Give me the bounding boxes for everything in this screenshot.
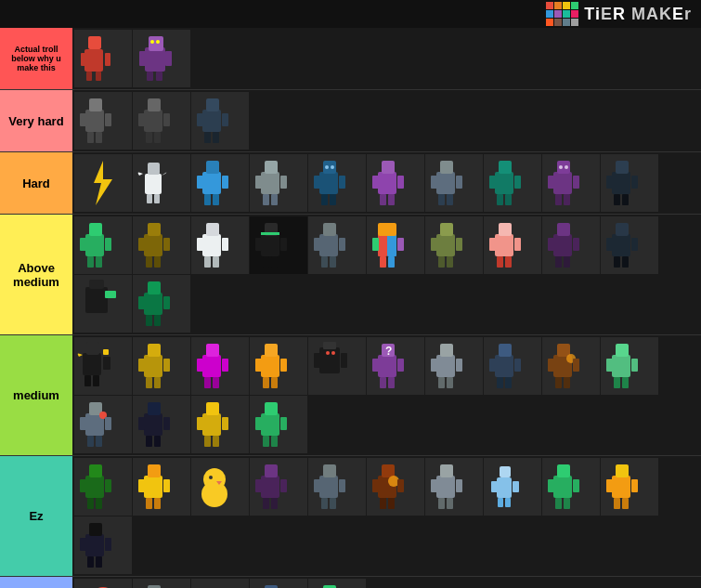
list-item[interactable] xyxy=(133,337,190,395)
svg-rect-310 xyxy=(96,556,102,568)
list-item[interactable] xyxy=(367,154,424,212)
list-item[interactable] xyxy=(484,337,541,395)
list-item[interactable] xyxy=(484,458,541,516)
tier-items-medium: ? xyxy=(72,335,701,455)
list-item[interactable] xyxy=(74,275,132,333)
svg-rect-110 xyxy=(255,238,262,251)
list-item[interactable] xyxy=(250,154,307,212)
svg-rect-182 xyxy=(263,377,269,388)
list-item[interactable] xyxy=(74,216,132,274)
svg-rect-244 xyxy=(280,417,287,430)
list-item[interactable] xyxy=(74,154,132,212)
svg-rect-194 xyxy=(397,359,404,372)
list-item[interactable] xyxy=(425,458,483,516)
list-item[interactable] xyxy=(191,216,249,274)
list-item[interactable] xyxy=(542,458,600,516)
list-item[interactable] xyxy=(74,30,132,87)
svg-rect-140 xyxy=(557,223,570,236)
svg-rect-231 xyxy=(138,417,145,430)
list-item[interactable] xyxy=(133,275,190,333)
list-item[interactable] xyxy=(74,396,132,453)
list-item[interactable] xyxy=(425,154,483,212)
list-item[interactable] xyxy=(74,516,132,574)
list-item[interactable] xyxy=(601,337,658,395)
svg-rect-154 xyxy=(144,293,162,315)
svg-rect-116 xyxy=(314,238,320,251)
list-item[interactable] xyxy=(191,579,249,588)
list-item[interactable] xyxy=(308,337,366,395)
list-item[interactable] xyxy=(250,337,307,395)
list-item[interactable] xyxy=(74,337,132,395)
list-item[interactable] xyxy=(250,458,307,516)
tier-items-ez xyxy=(72,456,701,576)
list-item[interactable] xyxy=(74,458,132,516)
svg-rect-132 xyxy=(447,256,453,268)
list-item[interactable] xyxy=(191,154,249,212)
list-item[interactable] xyxy=(542,154,600,212)
list-item[interactable] xyxy=(601,154,658,212)
svg-rect-121 xyxy=(387,234,396,256)
svg-rect-199 xyxy=(431,359,437,372)
list-item[interactable] xyxy=(425,216,483,274)
svg-rect-167 xyxy=(148,344,161,357)
svg-rect-258 xyxy=(154,498,161,509)
svg-rect-241 xyxy=(261,413,279,436)
svg-rect-227 xyxy=(87,436,94,447)
list-item[interactable] xyxy=(191,92,249,150)
svg-rect-238 xyxy=(222,417,228,430)
svg-rect-90 xyxy=(89,223,102,236)
list-item[interactable] xyxy=(601,216,658,274)
list-item[interactable] xyxy=(133,216,190,274)
svg-rect-40 xyxy=(222,176,228,189)
list-item[interactable] xyxy=(484,216,541,274)
list-item[interactable] xyxy=(367,458,424,516)
list-item[interactable] xyxy=(133,458,190,516)
svg-rect-69 xyxy=(495,172,513,194)
list-item[interactable] xyxy=(542,337,600,395)
svg-rect-88 xyxy=(622,194,629,205)
list-item[interactable] xyxy=(250,396,307,453)
list-item[interactable] xyxy=(308,154,366,212)
list-item[interactable] xyxy=(250,216,307,274)
list-item[interactable] xyxy=(133,154,190,212)
svg-rect-291 xyxy=(498,498,503,507)
list-item[interactable] xyxy=(191,396,249,453)
svg-rect-216 xyxy=(612,355,630,377)
svg-rect-43 xyxy=(261,172,279,194)
svg-rect-30 xyxy=(204,132,211,143)
list-item[interactable]: ? xyxy=(367,337,424,395)
list-item[interactable] xyxy=(601,458,658,516)
svg-rect-23 xyxy=(163,113,170,126)
list-item[interactable] xyxy=(250,579,307,588)
svg-point-13 xyxy=(156,40,160,44)
list-item[interactable] xyxy=(308,579,366,588)
svg-rect-195 xyxy=(380,377,386,388)
svg-rect-210 xyxy=(557,344,570,357)
list-item[interactable] xyxy=(74,579,132,588)
svg-rect-62 xyxy=(388,194,395,205)
list-item[interactable] xyxy=(308,216,366,274)
list-item[interactable] xyxy=(542,216,600,274)
svg-rect-42 xyxy=(213,194,219,205)
list-item[interactable] xyxy=(367,216,424,274)
svg-rect-114 xyxy=(319,234,338,256)
list-item[interactable] xyxy=(484,154,541,212)
svg-rect-267 xyxy=(271,498,278,509)
list-item[interactable] xyxy=(133,579,190,588)
list-item[interactable] xyxy=(425,337,483,395)
svg-rect-112 xyxy=(263,256,269,268)
svg-rect-178 xyxy=(261,355,279,377)
list-item[interactable] xyxy=(191,458,249,516)
svg-rect-49 xyxy=(319,172,338,194)
list-item[interactable] xyxy=(133,30,190,87)
svg-rect-36 xyxy=(154,194,160,203)
list-item[interactable] xyxy=(74,92,132,150)
svg-rect-257 xyxy=(146,498,152,509)
list-item[interactable] xyxy=(133,396,190,453)
list-item[interactable] xyxy=(191,337,249,395)
svg-rect-268 xyxy=(319,476,338,498)
list-item[interactable] xyxy=(133,92,190,150)
svg-rect-233 xyxy=(146,436,152,447)
list-item[interactable] xyxy=(308,458,366,516)
svg-rect-168 xyxy=(138,359,145,372)
